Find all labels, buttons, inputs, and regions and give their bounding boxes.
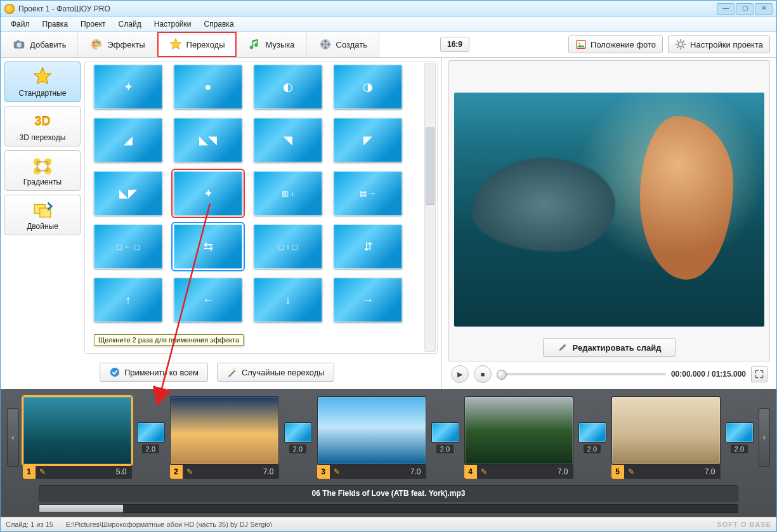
svg-point-37 bbox=[233, 368, 234, 369]
menu-edit[interactable]: Правка bbox=[37, 18, 74, 30]
timeline-scroll[interactable] bbox=[39, 504, 738, 513]
pencil-icon: ✎ bbox=[477, 467, 491, 476]
transition-thumb[interactable]: ◣◤ bbox=[94, 171, 162, 216]
transition-thumb[interactable]: ← bbox=[174, 278, 242, 322]
transition-chip[interactable]: 2.0 bbox=[137, 422, 165, 453]
category-3d[interactable]: 3D 3D переходы bbox=[4, 106, 81, 146]
transition-thumb[interactable]: ◐ bbox=[254, 65, 322, 109]
transition-thumb[interactable]: ▥ ↓ bbox=[254, 171, 322, 216]
slide-thumb[interactable] bbox=[23, 396, 132, 465]
timeline-prev[interactable]: ‹ bbox=[7, 408, 19, 467]
seek-bar[interactable] bbox=[497, 373, 666, 375]
aspect-ratio[interactable]: 16:9 bbox=[440, 37, 469, 52]
tab-effects[interactable]: Эффекты bbox=[78, 32, 157, 57]
statusbar: Слайд: 1 из 15 E:\Pictures\Широкоформатн… bbox=[1, 517, 776, 531]
transition-thumb[interactable]: ◥ bbox=[254, 118, 322, 162]
slide-card[interactable]: 3✎7.0 bbox=[317, 396, 426, 479]
pencil-icon: ✎ bbox=[330, 467, 344, 476]
category-standard-label: Стандартные bbox=[19, 89, 67, 98]
fullscreen-icon bbox=[755, 370, 764, 379]
transition-thumb[interactable]: ⇵ bbox=[334, 224, 402, 269]
app-icon bbox=[4, 4, 15, 14]
fullscreen-button[interactable] bbox=[751, 366, 767, 382]
pencil-icon: ✎ bbox=[624, 467, 638, 476]
transition-thumb[interactable]: ▢ ← ▢ bbox=[94, 224, 162, 269]
transition-chip[interactable]: 2.0 bbox=[284, 422, 312, 453]
maximize-button[interactable]: ▢ bbox=[736, 3, 754, 15]
project-settings-button[interactable]: Настройки проекта bbox=[668, 36, 770, 53]
tab-create-label: Создать bbox=[336, 40, 367, 49]
category-double[interactable]: Двойные bbox=[4, 195, 81, 235]
status-slide: Слайд: 1 из 15 bbox=[6, 521, 53, 528]
star-icon bbox=[169, 37, 183, 51]
stop-button[interactable]: ■ bbox=[474, 365, 492, 383]
transitions-gallery: ✦ ● ◐ ◑ ◢ ◣◥ ◥ ◤ ◣◤ ✦ ▥ ↓ ▤ → bbox=[84, 62, 438, 354]
random-transitions-button[interactable]: Случайные переходы bbox=[217, 363, 334, 382]
status-path: E:\Pictures\Широкоформатные обои HD (час… bbox=[66, 521, 272, 528]
menu-project[interactable]: Проект bbox=[75, 18, 111, 30]
transition-thumb[interactable]: ↓ bbox=[254, 278, 322, 322]
slide-card[interactable]: 2✎7.0 bbox=[170, 396, 279, 479]
transition-thumb[interactable]: ◢ bbox=[94, 118, 162, 162]
transition-chip[interactable]: 2.0 bbox=[431, 422, 459, 453]
slide-thumb[interactable] bbox=[464, 396, 573, 465]
transition-thumb[interactable]: ⇆ bbox=[174, 224, 242, 269]
svg-point-6 bbox=[94, 45, 96, 47]
menu-settings[interactable]: Настройки bbox=[149, 18, 197, 30]
transition-thumb[interactable]: ◑ bbox=[334, 65, 402, 109]
edit-slide-label: Редактировать слайд bbox=[573, 343, 662, 353]
photo-position-button[interactable]: Положение фото bbox=[568, 36, 663, 53]
category-column: Стандартные 3D 3D переходы Градиенты Дво… bbox=[4, 62, 81, 354]
category-standard[interactable]: Стандартные bbox=[4, 62, 81, 102]
slide-thumb[interactable] bbox=[317, 396, 426, 465]
transition-thumb[interactable]: → bbox=[334, 278, 402, 322]
tab-music[interactable]: Музыка bbox=[237, 32, 307, 57]
category-gradients[interactable]: Градиенты bbox=[4, 150, 81, 191]
photo-icon bbox=[575, 39, 587, 50]
edit-slide-button[interactable]: Редактировать слайд bbox=[543, 338, 676, 357]
transition-thumb[interactable]: ▢ ↕ ▢ bbox=[254, 224, 322, 269]
transition-thumb-selected[interactable]: ✦ bbox=[174, 171, 242, 216]
play-button[interactable]: ▶ bbox=[451, 365, 469, 383]
slide-thumb[interactable] bbox=[170, 396, 279, 465]
main-area: Стандартные 3D 3D переходы Градиенты Дво… bbox=[1, 58, 776, 389]
svg-point-11 bbox=[321, 43, 323, 46]
svg-point-15 bbox=[678, 42, 682, 46]
transition-thumb[interactable]: ✦ bbox=[94, 65, 162, 109]
category-3d-label: 3D переходы bbox=[20, 133, 66, 142]
tab-create[interactable]: Создать bbox=[307, 32, 379, 57]
tab-add[interactable]: Добавить bbox=[1, 32, 78, 57]
timeline-next[interactable]: › bbox=[759, 408, 771, 467]
gallery-scrollbar[interactable] bbox=[424, 63, 436, 352]
slide-card[interactable]: 5✎7.0 bbox=[611, 396, 721, 479]
slide-thumb[interactable] bbox=[611, 396, 721, 465]
transition-thumb[interactable]: ◤ bbox=[334, 118, 402, 162]
menu-file[interactable]: Файл bbox=[6, 18, 35, 30]
transition-thumb[interactable]: ◣◥ bbox=[174, 118, 242, 162]
pencil-icon bbox=[558, 342, 568, 353]
left-panel: Стандартные 3D 3D переходы Градиенты Дво… bbox=[1, 58, 442, 389]
transition-thumb[interactable]: ● bbox=[174, 65, 242, 109]
photo-position-label: Положение фото bbox=[591, 40, 656, 49]
slide-card[interactable]: 1✎5.0 bbox=[23, 396, 132, 479]
menubar: Файл Правка Проект Слайд Настройки Справ… bbox=[1, 17, 776, 32]
apply-all-label: Применить ко всем bbox=[124, 368, 199, 377]
menu-slide[interactable]: Слайд bbox=[114, 18, 147, 30]
menu-help[interactable]: Справка bbox=[199, 18, 238, 30]
transition-thumb[interactable]: ▤ → bbox=[334, 171, 402, 216]
minimize-button[interactable]: — bbox=[717, 3, 735, 15]
svg-point-3 bbox=[94, 42, 96, 44]
svg-point-10 bbox=[324, 46, 327, 49]
transition-chip[interactable]: 2.0 bbox=[726, 422, 754, 453]
close-button[interactable]: ✕ bbox=[755, 3, 773, 15]
audio-track[interactable]: 06 The Fields of Love (ATB feat. York).m… bbox=[39, 485, 738, 502]
apply-all-button[interactable]: Применить ко всем bbox=[100, 363, 208, 382]
svg-point-12 bbox=[324, 44, 326, 46]
transition-chip[interactable]: 2.0 bbox=[578, 422, 606, 453]
random-transitions-label: Случайные переходы bbox=[242, 368, 325, 377]
transition-thumb[interactable]: ↑ bbox=[94, 278, 162, 322]
svg-line-22 bbox=[677, 47, 678, 48]
slide-card[interactable]: 4✎7.0 bbox=[464, 396, 573, 479]
tab-transitions[interactable]: Переходы bbox=[157, 32, 237, 57]
gradient-icon bbox=[32, 155, 53, 176]
